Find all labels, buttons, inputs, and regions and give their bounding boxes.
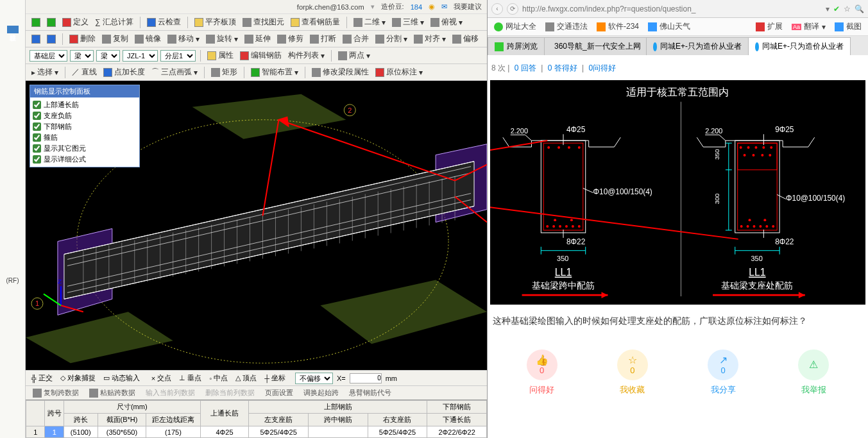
rebar-qty-button[interactable]: 查看钢筋量 <box>289 16 342 28</box>
two-point-button[interactable]: 两点▾ <box>336 49 372 62</box>
snap-int[interactable]: ×交点 <box>149 373 173 383</box>
line-button[interactable]: ／直线 <box>70 66 99 78</box>
cell-midtop[interactable] <box>308 426 368 438</box>
stat-good-q[interactable]: 0问得好 <box>588 63 616 72</box>
back-button[interactable]: ‹ <box>491 3 503 15</box>
url-text[interactable]: http://e.fwxgx.com/index.php?r=question/… <box>522 4 822 13</box>
chk-detail-formula[interactable] <box>33 155 41 164</box>
snap-apex[interactable]: △顶点 <box>234 373 259 383</box>
bm-weather[interactable]: 佛山天气 <box>648 21 690 32</box>
view-other-button[interactable]: 俯视▾ <box>429 16 464 28</box>
type-combo[interactable]: 梁 <box>96 50 120 62</box>
hdr-lsup[interactable]: 左支座筋 <box>249 414 309 426</box>
cell-edge[interactable]: (175) <box>146 426 200 438</box>
page-setup-button[interactable]: 页面设置 <box>263 387 295 398</box>
screenshot-button[interactable]: 截图 <box>835 21 862 32</box>
rotate-button[interactable]: 旋转▾ <box>204 33 240 45</box>
stat-good-ans[interactable]: 0 答得好 <box>548 63 577 72</box>
select-button[interactable]: ▸选择▾ <box>30 66 60 78</box>
point-add-button[interactable]: 点加长度 <box>101 66 147 78</box>
hdr-topthru[interactable]: 上通长筋 <box>200 401 249 426</box>
flat-top-button[interactable]: 平齐板顶 <box>192 16 238 28</box>
ortho-toggle[interactable]: ╬正交 <box>30 373 55 383</box>
osnap-toggle[interactable]: ◇对象捕捉 <box>58 373 98 383</box>
cell-lsup[interactable]: 5Φ25/4Φ25 <box>249 426 309 438</box>
arc3-button[interactable]: ⌒三点画弧▾ <box>149 66 200 78</box>
table-row[interactable]: 1 1 (5100) (350*650) (175) 4Φ25 5Φ25/4Φ2… <box>26 426 487 438</box>
tab-360[interactable]: 360导航_新一代安全上网 <box>544 37 647 55</box>
bm-sites[interactable]: 网址大全 <box>494 21 536 32</box>
component-list-button[interactable]: 构件列表▾ <box>286 49 327 62</box>
hdr-edge[interactable]: 距左边线距离 <box>146 414 200 426</box>
floor-combo[interactable]: 基础层 <box>30 50 67 62</box>
tab-tc1[interactable]: 同城E+-只为造价从业者 <box>646 37 749 55</box>
layer-combo[interactable]: 分层1 <box>160 50 196 62</box>
hdr-botthru[interactable]: 下通长筋 <box>427 414 487 426</box>
cantilever-code-button[interactable]: 悬臂钢筋代号 <box>347 387 393 398</box>
split-button[interactable]: 分割▾ <box>373 33 409 45</box>
share-button[interactable]: ↗0 我分享 <box>708 350 738 396</box>
favorite-button[interactable]: ☆0 我收藏 <box>617 350 648 396</box>
edit-rebar-button[interactable]: 编辑钢筋 <box>238 49 284 62</box>
hdr-len[interactable]: 跨长 <box>64 414 98 426</box>
hdr-midtop[interactable]: 跨中钢筋 <box>308 414 368 426</box>
chk-stirrup[interactable] <box>33 133 41 142</box>
good-question-button[interactable]: 👍0 问得好 <box>527 350 557 396</box>
find-elem-button[interactable]: 查找图元 <box>241 16 286 28</box>
tab-crossscreen[interactable]: 跨屏浏览 <box>488 37 545 55</box>
chk-bottom[interactable] <box>33 122 41 131</box>
offset-combo[interactable]: 不偏移 <box>295 373 333 384</box>
rect-button[interactable]: 矩形 <box>209 66 239 78</box>
swap-start-button[interactable]: 调换起始跨 <box>302 387 341 398</box>
snap-perp[interactable]: ⊥垂点 <box>177 373 203 383</box>
report-button[interactable]: ⚠ 我举报 <box>798 350 829 396</box>
smart-layout-button[interactable]: 智能布置▾ <box>249 66 300 78</box>
cell-topthru[interactable]: 4Φ25 <box>200 426 249 438</box>
dropdown-icon[interactable]: ▾ <box>826 4 830 13</box>
cell-botthru[interactable]: 2Φ22/6Φ22 <box>427 426 487 438</box>
suggest-button[interactable]: 我要建议 <box>454 2 482 12</box>
align-button[interactable]: 对齐▾ <box>412 33 448 45</box>
copy-span-button[interactable]: 复制跨数据 <box>31 387 81 398</box>
del-col-button[interactable]: 删除当前列数据 <box>203 387 257 398</box>
bm-traffic[interactable]: 交通违法 <box>545 21 588 32</box>
chk-support-neg[interactable] <box>33 112 41 120</box>
chk-top-thru[interactable] <box>33 101 41 109</box>
module-nav-tab[interactable]: 模块导航栏 <box>7 26 19 33</box>
break-button[interactable]: 打断 <box>308 33 338 45</box>
extend-button[interactable]: 延伸 <box>243 33 273 45</box>
bm-software[interactable]: 软件-234 <box>597 21 639 32</box>
redo-button[interactable] <box>45 34 58 44</box>
move-button[interactable]: 移动▾ <box>166 33 201 45</box>
view-3d-button[interactable]: 三维▾ <box>390 16 426 28</box>
member-combo[interactable]: JZL-1 <box>123 50 158 62</box>
merge-button[interactable]: 合并 <box>341 33 371 45</box>
offset-button[interactable]: 偏移 <box>450 33 481 45</box>
cell-sec[interactable]: (350*650) <box>98 426 146 438</box>
hdr-rsup[interactable]: 右支座筋 <box>368 414 427 426</box>
snap-coord[interactable]: ┼坐标 <box>262 373 287 383</box>
refresh-button[interactable]: ⟳ <box>507 3 518 15</box>
delete-button[interactable]: 删除 <box>67 33 98 45</box>
define-button[interactable]: 定义 <box>60 16 90 28</box>
snap-mid[interactable]: ◦中点 <box>207 373 230 383</box>
hdr-span[interactable]: 跨号 <box>45 401 64 426</box>
cloud-check-button[interactable]: 云检查 <box>145 16 183 28</box>
extensions-button[interactable]: 扩展 <box>756 21 783 32</box>
cell-len[interactable]: (5100) <box>64 426 98 438</box>
view-2d-button[interactable]: 二维▾ <box>352 16 387 28</box>
chk-other-elem[interactable] <box>33 144 41 153</box>
mod-span-button[interactable]: 修改梁段属性 <box>310 66 371 78</box>
tab-tc2[interactable]: 同城E+-只为造价从业者 <box>748 37 851 55</box>
copy-button[interactable]: 复制 <box>100 33 130 45</box>
dyn-toggle[interactable]: ▭动态输入 <box>101 373 142 383</box>
search-split-icon[interactable]: 🔍 <box>855 4 864 13</box>
undo-button[interactable] <box>30 34 42 44</box>
inplace-anno-button[interactable]: 原位标注▾ <box>373 66 425 78</box>
hdr-sec[interactable]: 截面(B*H) <box>98 414 146 426</box>
paste-span-button[interactable]: 粘贴跨数据 <box>87 387 137 398</box>
star-icon[interactable]: ☆ <box>844 4 851 13</box>
translate-button[interactable]: Aa翻译▾ <box>792 21 826 32</box>
nav-right-button[interactable] <box>45 17 58 28</box>
sum-button[interactable]: ∑ 汇总计算 <box>93 16 135 28</box>
